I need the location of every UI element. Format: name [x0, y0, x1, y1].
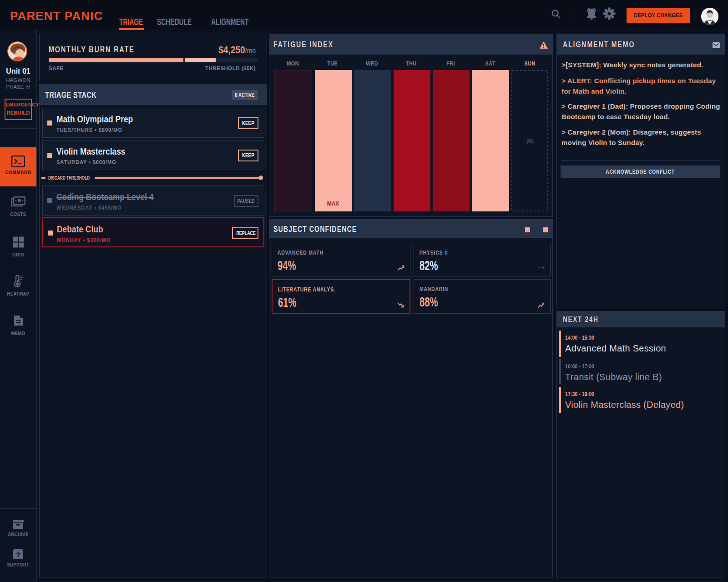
- svg-text:?: ?: [16, 551, 20, 558]
